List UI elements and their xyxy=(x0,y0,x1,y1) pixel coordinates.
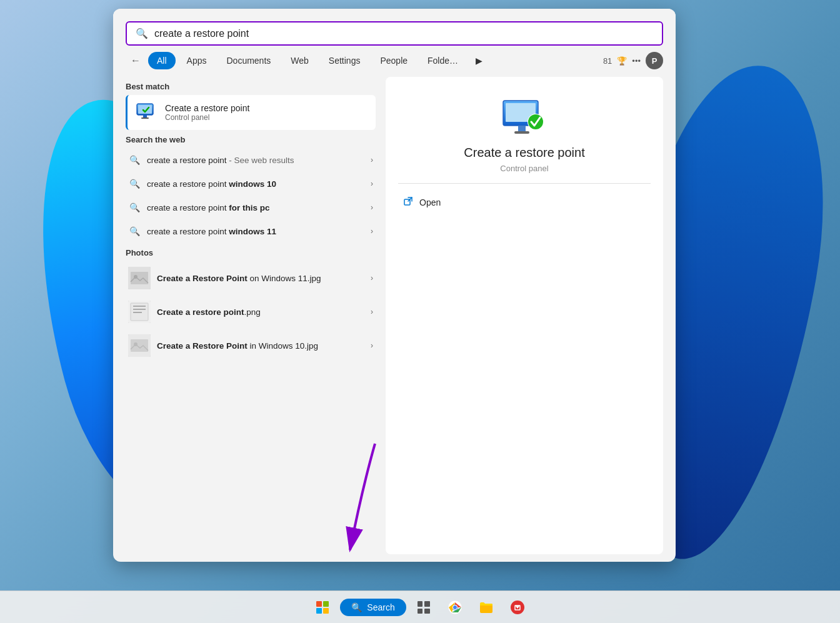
svg-rect-6 xyxy=(131,272,148,284)
tab-apps[interactable]: Apps xyxy=(178,52,216,69)
taskbar-search-button[interactable]: 🔍 Search xyxy=(340,599,406,616)
chrome-icon xyxy=(448,600,462,615)
taskbar-search-icon: 🔍 xyxy=(351,602,362,612)
photo-text-1: Create a restore point.png xyxy=(157,307,364,317)
svg-rect-3 xyxy=(143,115,147,117)
task-view-button[interactable] xyxy=(410,594,438,621)
photo-thumb-0 xyxy=(128,267,151,289)
web-search-item-1[interactable]: 🔍 create a restore point windows 10 › xyxy=(126,172,376,196)
chevron-icon-0: › xyxy=(371,156,373,164)
taskbar-search-label: Search xyxy=(367,602,394,612)
chevron-icon-3: › xyxy=(371,227,373,236)
tab-settings[interactable]: Settings xyxy=(320,52,369,69)
chevron-icon-2: › xyxy=(371,203,373,212)
photo-chevron-2: › xyxy=(371,341,373,350)
open-label: Open xyxy=(419,197,441,207)
web-search-text-2: create a restore point for this pc xyxy=(147,203,364,212)
start-button[interactable] xyxy=(309,594,336,621)
best-match-item-subtitle: Control panel xyxy=(165,113,249,122)
open-external-icon xyxy=(403,196,413,209)
search-bar: 🔍 xyxy=(126,21,663,46)
right-panel: Create a restore point Control panel Ope… xyxy=(386,77,663,554)
best-match-icon xyxy=(135,101,158,124)
profile-button[interactable]: P xyxy=(646,52,663,69)
web-search-icon-3: 🔍 xyxy=(128,225,141,237)
web-search-item-2[interactable]: 🔍 create a restore point for this pc › xyxy=(126,196,376,219)
photo-text-0: Create a Restore Point on Windows 11.jpg xyxy=(157,274,364,283)
taskbar: 🔍 Search xyxy=(0,591,840,623)
main-content: Best match xyxy=(113,69,676,562)
monitor-icon xyxy=(135,101,158,124)
svg-rect-21 xyxy=(514,131,529,134)
best-match-item[interactable]: Create a restore point Control panel xyxy=(126,95,376,130)
search-bar-container: 🔍 xyxy=(113,9,676,46)
tab-more-button[interactable]: ▶ xyxy=(469,52,489,69)
search-input[interactable] xyxy=(154,28,653,39)
taskview-icon xyxy=(417,601,431,614)
web-search-item-0[interactable]: 🔍 create a restore point - See web resul… xyxy=(126,148,376,172)
web-search-item-3[interactable]: 🔍 create a restore point windows 11 › xyxy=(126,219,376,243)
detail-subtitle: Control panel xyxy=(500,164,548,173)
score-value: 81 xyxy=(603,56,612,66)
open-action[interactable]: Open xyxy=(398,192,651,212)
mail-icon xyxy=(510,600,525,615)
file-explorer-button[interactable] xyxy=(472,594,500,621)
svg-rect-14 xyxy=(131,339,148,352)
web-search-icon-0: 🔍 xyxy=(128,154,141,166)
tab-people[interactable]: People xyxy=(371,52,416,69)
svg-rect-25 xyxy=(418,601,422,607)
detail-title: Create a restore point xyxy=(464,146,584,160)
best-match-item-title: Create a restore point xyxy=(165,103,249,113)
photo-item-0[interactable]: Create a Restore Point on Windows 11.jpg… xyxy=(126,261,376,295)
web-search-text-0: create a restore point - See web results xyxy=(147,156,364,165)
score-icon: 🏆 xyxy=(617,56,627,66)
windows-logo-icon xyxy=(316,601,329,614)
tab-web[interactable]: Web xyxy=(282,52,318,69)
detail-monitor-icon xyxy=(499,96,549,146)
svg-rect-27 xyxy=(418,609,422,614)
detail-divider xyxy=(398,183,651,184)
web-search-text-3: create a restore point windows 11 xyxy=(147,227,364,236)
svg-rect-11 xyxy=(133,309,146,310)
svg-rect-4 xyxy=(141,117,149,119)
web-search-title: Search the web xyxy=(126,130,376,148)
tab-folders[interactable]: Folde… xyxy=(419,52,467,69)
best-match-title: Best match xyxy=(126,77,376,95)
svg-point-32 xyxy=(453,606,457,609)
best-match-text: Create a restore point Control panel xyxy=(165,103,249,122)
tab-ellipsis[interactable]: ••• xyxy=(632,56,641,66)
photo-chevron-0: › xyxy=(371,274,373,282)
svg-rect-12 xyxy=(133,312,142,313)
tab-documents[interactable]: Documents xyxy=(218,52,279,69)
photo-item-2[interactable]: Create a Restore Point in Windows 10.jpg… xyxy=(126,329,376,362)
web-search-icon-2: 🔍 xyxy=(128,201,141,214)
search-bar-icon: 🔍 xyxy=(136,27,148,39)
tab-all[interactable]: All xyxy=(148,52,176,69)
photo-text-2: Create a Restore Point in Windows 10.jpg xyxy=(157,341,364,351)
photo-item-1[interactable]: Create a restore point.png › xyxy=(126,295,376,329)
chevron-icon-1: › xyxy=(371,179,373,188)
back-button[interactable]: ← xyxy=(126,52,146,69)
svg-rect-26 xyxy=(424,601,430,607)
mail-button[interactable] xyxy=(504,594,531,621)
chrome-button[interactable] xyxy=(441,594,469,621)
file-explorer-icon xyxy=(479,600,494,615)
photos-title: Photos xyxy=(126,243,376,261)
photo-thumb-1 xyxy=(128,301,151,323)
svg-rect-10 xyxy=(133,306,146,307)
left-panel: Best match xyxy=(126,77,376,554)
filter-tabs: ← All Apps Documents Web Settings People… xyxy=(113,46,676,69)
photo-chevron-1: › xyxy=(371,307,373,316)
tab-score-area: 81 🏆 ••• P xyxy=(603,52,663,69)
web-search-text-1: create a restore point windows 10 xyxy=(147,179,364,189)
svg-rect-28 xyxy=(424,609,430,614)
search-window: 🔍 ← All Apps Documents Web Settings Peop… xyxy=(113,9,676,562)
svg-rect-20 xyxy=(518,126,526,132)
web-search-icon-1: 🔍 xyxy=(128,177,141,190)
photo-thumb-2 xyxy=(128,334,151,357)
